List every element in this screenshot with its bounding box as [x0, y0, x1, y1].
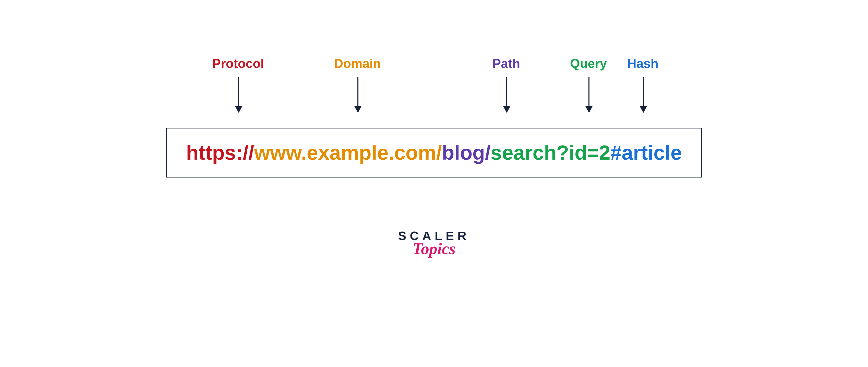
label-domain: Domain: [334, 56, 381, 71]
arrow-hash: [643, 77, 644, 112]
url-part-protocol: https://: [186, 141, 254, 164]
url-part-domain: www.example.com: [254, 141, 436, 164]
arrow-path: [506, 77, 507, 112]
arrow-domain: [358, 77, 359, 112]
arrow-protocol: [238, 77, 239, 112]
label-path: Path: [493, 56, 520, 71]
arrow-query: [588, 77, 589, 112]
label-protocol: Protocol: [212, 56, 264, 71]
brand-logo: SCALER Topics: [398, 230, 470, 257]
url-part-path: blog: [442, 141, 485, 164]
component-labels-row: Protocol Domain Path Query Hash: [179, 56, 689, 79]
label-query: Query: [570, 56, 607, 71]
url-box: https://www.example.com/blog/search?id=2…: [166, 128, 702, 178]
url-part-hash: #article: [611, 141, 682, 164]
url-part-query: search?id=2: [491, 141, 611, 164]
brand-line-2: Topics: [398, 241, 470, 257]
url-sep-1: /: [436, 141, 442, 164]
label-hash: Hash: [627, 56, 658, 71]
url-anatomy-diagram: Protocol Domain Path Query Hash https://…: [179, 0, 689, 367]
url-sep-2: /: [485, 141, 490, 164]
